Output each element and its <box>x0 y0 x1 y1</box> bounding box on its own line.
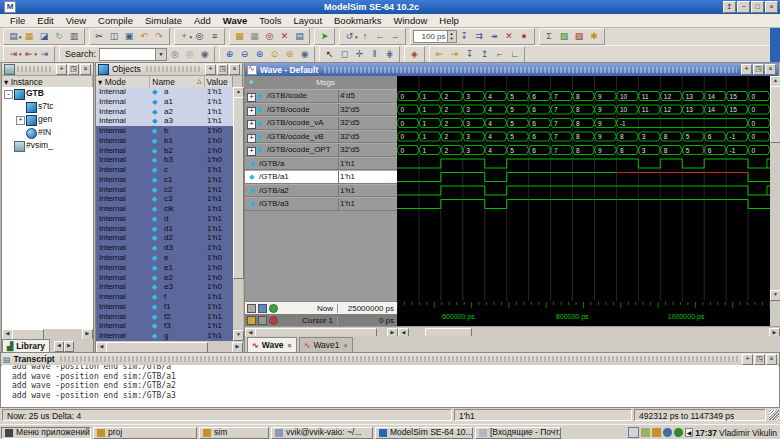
menu-bookmarks[interactable]: Bookmarks <box>328 14 388 27</box>
float-icon[interactable]: ◳ <box>753 64 764 75</box>
now-icon-2[interactable] <box>258 304 267 313</box>
save-button[interactable]: ◪ <box>37 30 52 43</box>
menu-add[interactable]: Add <box>188 14 217 27</box>
expand-icon[interactable]: + <box>247 134 256 143</box>
memory-profile-button[interactable]: ▧ <box>557 30 572 43</box>
object-row-d2[interactable]: Internal◆d21'h1 <box>96 233 233 243</box>
updates-tray-icon[interactable] <box>652 428 661 437</box>
zoom-in-cursor-button[interactable]: ⊙ <box>267 48 282 61</box>
break-button[interactable]: ✕ <box>502 30 517 43</box>
object-row-b[interactable]: Internal◆b1'h0 <box>96 126 233 136</box>
resize-grip[interactable] <box>769 410 779 420</box>
wave-row-icode[interactable]: +◆/GTB/icode4'd5 <box>245 89 397 103</box>
hand-button[interactable]: ✱ <box>587 30 602 43</box>
panel-drag-handle[interactable] <box>146 66 202 72</box>
zoom-out-button[interactable]: ⊖ <box>237 48 252 61</box>
object-row-c1[interactable]: Internal◆c11'h1 <box>96 175 233 185</box>
tab-close-icon[interactable]: × <box>344 342 348 349</box>
tree-node-gtb[interactable]: -GTB <box>2 87 93 100</box>
menu-simulate[interactable]: Simulate <box>139 14 188 27</box>
menu-help[interactable]: Help <box>433 14 465 27</box>
close-panel-icon[interactable]: × <box>765 64 776 75</box>
dock-icon[interactable]: + <box>741 64 752 75</box>
minimize-button[interactable]: − <box>737 1 750 13</box>
find-button[interactable]: ◎ <box>192 30 207 43</box>
run-continue-button[interactable]: ⇉ <box>472 30 487 43</box>
instance-hscrollbar[interactable]: ◀ ▶ <box>2 329 93 339</box>
messenger-tray-icon[interactable] <box>674 428 683 437</box>
pan-button[interactable]: ✛ <box>352 48 367 61</box>
object-row-a2[interactable]: Internal◆a21'h1 <box>96 107 233 117</box>
redo-button[interactable]: ↷ <box>152 30 167 43</box>
menu-layout[interactable]: Layout <box>288 14 329 27</box>
next-edge-button[interactable]: ⇥ <box>447 48 462 61</box>
env-up-button[interactable]: ↑ <box>358 30 373 43</box>
object-row-d1[interactable]: Internal◆d11'h1 <box>96 224 233 234</box>
object-row-f2[interactable]: Internal◆f21'h1 <box>96 312 233 322</box>
close-panel-icon[interactable]: × <box>80 64 91 75</box>
wave-canvas[interactable]: 0123456789101112131415001234567891011121… <box>397 76 770 301</box>
object-row-c2[interactable]: Internal◆c21'h1 <box>96 185 233 195</box>
prev-falling-button[interactable]: ↧ <box>462 48 477 61</box>
reload-button[interactable]: ↻ <box>52 30 67 43</box>
dock-icon[interactable]: + <box>742 354 753 365</box>
object-row-d3[interactable]: Internal◆d31'h1 <box>96 243 233 253</box>
wave-row-ocode_OPT[interactable]: +◆/GTB/ocode_OPT32'd5 <box>245 143 397 157</box>
break-file-button[interactable]: ✕ <box>277 30 292 43</box>
expand-icon[interactable]: + <box>247 93 256 102</box>
panel-drag-handle[interactable] <box>324 67 737 73</box>
shade-button[interactable]: ↥ <box>723 1 736 13</box>
cursor-label[interactable]: Cursor 1 <box>302 316 337 325</box>
wave-row-ocode[interactable]: +◆/GTB/ocode32'd5 <box>245 103 397 117</box>
add-to-log-button[interactable]: ⇥ <box>37 48 52 61</box>
task-vvikvvikva[interactable]: vvik@vvik-vaio: ~/... <box>271 427 373 439</box>
object-row-a[interactable]: Internal◆a1'h1 <box>96 87 233 97</box>
continue-run-button[interactable]: ➤ <box>317 30 332 43</box>
expand-icon[interactable]: + <box>247 120 256 129</box>
menu-compile[interactable]: Compile <box>92 14 139 27</box>
object-row-a3[interactable]: Internal◆a31'h1 <box>96 116 233 126</box>
grid-button[interactable]: ⋕ <box>382 48 397 61</box>
expand-icon[interactable]: + <box>16 116 25 125</box>
find-next-button[interactable]: ◎ <box>167 48 182 61</box>
menu-tools[interactable]: Tools <box>253 14 287 27</box>
transcript-console[interactable]: add wave -position end sim:/GTB/aadd wav… <box>2 365 778 407</box>
close-button[interactable]: × <box>765 1 778 13</box>
panel-drag-handle[interactable] <box>60 356 739 362</box>
next-rising-button[interactable]: ∟ <box>507 48 522 61</box>
cursor-icon-2[interactable] <box>258 316 267 325</box>
tree-node-s7tc[interactable]: s7tc <box>2 100 93 113</box>
menu-view[interactable]: View <box>60 14 92 27</box>
cursor-pair-button[interactable]: ‖ <box>367 48 382 61</box>
wave-row-ocode_vB[interactable]: +◆/GTB/ocode_vB32'd5 <box>245 130 397 144</box>
stop-light-button[interactable]: ◈ <box>407 48 422 61</box>
now-icon-3[interactable] <box>269 304 278 313</box>
volume-tray-icon[interactable] <box>663 428 672 437</box>
select-mode-button[interactable]: ↖ <box>322 48 337 61</box>
zoom-mode-button[interactable]: ◉ <box>297 48 312 61</box>
tab-wave1[interactable]: ∿Wave1× <box>299 337 353 352</box>
search-input[interactable]: ▼ <box>99 48 167 61</box>
profile-button[interactable]: Σ <box>542 30 557 43</box>
objects-vscrollbar[interactable]: ▲ ▼ <box>233 87 243 341</box>
expand-icon[interactable]: + <box>247 147 256 156</box>
task-modelsim[interactable]: ModelSim SE-64 10... <box>375 427 473 439</box>
object-row-c[interactable]: Internal◆c1'h1 <box>96 165 233 175</box>
search-dropdown-icon[interactable]: ▼ <box>155 49 166 60</box>
paste-button[interactable]: ▣ <box>122 30 137 43</box>
env-forward-button[interactable]: → <box>388 30 403 43</box>
zoom-range-button[interactable]: ⊚ <box>282 48 297 61</box>
prev-rising-button[interactable]: ⌐ <box>492 48 507 61</box>
object-row-e3[interactable]: Internal◆e31'h0 <box>96 282 233 292</box>
run-button[interactable]: ↧ <box>457 30 472 43</box>
wave-row-a[interactable]: ◆/GTB/a1'h1 <box>245 157 397 171</box>
cursor-icon-1[interactable] <box>247 316 256 325</box>
network-tray-icon[interactable] <box>641 428 650 437</box>
object-row-e[interactable]: Internal◆e1'h0 <box>96 253 233 263</box>
object-row-b3[interactable]: Internal◆b31'h0 <box>96 155 233 165</box>
cut-button[interactable]: ✂ <box>92 30 107 43</box>
next-falling-button[interactable]: ↥ <box>477 48 492 61</box>
env-back-button[interactable]: ← <box>373 30 388 43</box>
expand-icon[interactable]: + <box>247 107 256 116</box>
filter-button[interactable]: ◉ <box>197 48 212 61</box>
